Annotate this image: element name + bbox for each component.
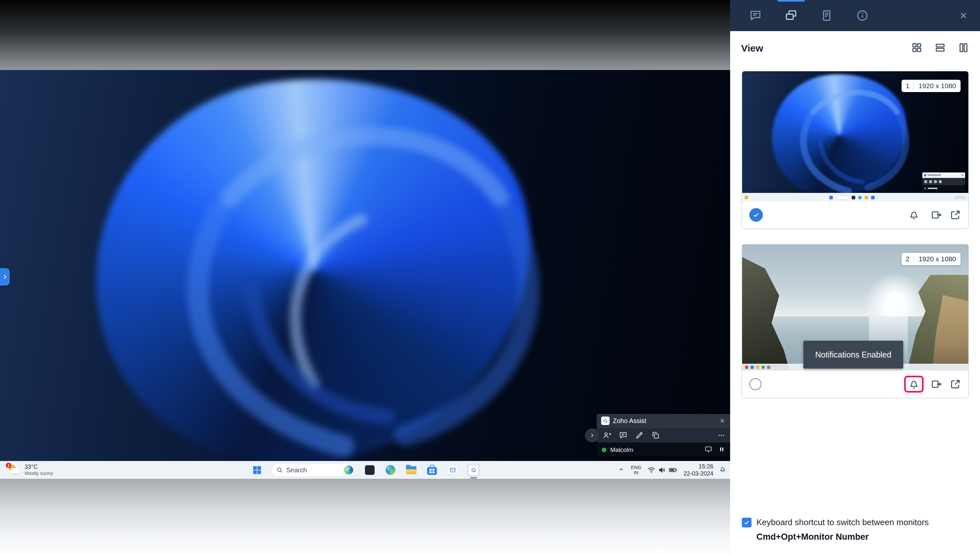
notifications-bell-icon <box>908 209 920 221</box>
microsoft-store-icon <box>427 467 437 475</box>
layout-columns-icon[interactable] <box>958 42 969 54</box>
chevron-right-icon <box>2 274 8 280</box>
monitor-2-select-radio[interactable] <box>749 378 762 390</box>
panel-close-button[interactable] <box>959 11 968 21</box>
monitor-2-open-new-window-button[interactable] <box>950 378 961 390</box>
open-new-window-icon <box>950 378 961 390</box>
letterbox-top <box>0 0 730 70</box>
session-side-panel: View <box>730 0 980 554</box>
monitor-resolution: 1920 x 1080 <box>914 255 961 263</box>
start-button[interactable] <box>250 463 264 476</box>
remote-desktop-monitor-1[interactable]: Zoho Assist <box>0 70 730 479</box>
monitor-1-selected-radio[interactable] <box>749 208 763 222</box>
lang-line2: IN <box>633 470 638 475</box>
zoho-assist-logo-icon <box>601 417 609 425</box>
annotate-pen-icon[interactable] <box>633 430 645 441</box>
taskbar-app-store[interactable] <box>425 463 439 476</box>
letterbox-bottom <box>0 479 730 554</box>
weather-icon: 1 <box>8 464 21 476</box>
zoho-assist-app-icon <box>468 465 479 475</box>
assist-widget-title: Zoho Assist <box>613 417 646 425</box>
taskbar-search[interactable]: Search <box>271 463 355 477</box>
copy-clipboard-icon[interactable] <box>650 430 662 441</box>
notifications-tooltip: Notifications Enabled <box>803 341 903 369</box>
assist-widget-statusbar: Malcolm <box>597 443 730 457</box>
screenshot-share-icon <box>931 378 942 390</box>
system-tray: ENG IN 15:26 22-03-2024 <box>618 461 726 479</box>
info-tab-icon <box>856 9 869 22</box>
monitor-icon[interactable] <box>704 446 713 455</box>
monitor-number: 1 <box>902 82 914 90</box>
monitor-2-action-bar <box>742 370 968 398</box>
battery-icon <box>668 466 678 474</box>
monitor-1-thumbnail[interactable]: 1 1920 x 1080 <box>742 71 968 202</box>
screenshot-share-icon <box>931 209 942 221</box>
tab-monitors[interactable] <box>784 0 798 31</box>
taskbar-app-dark[interactable] <box>363 463 376 476</box>
layout-grid-icon[interactable] <box>911 42 922 54</box>
wifi-icon <box>647 466 655 474</box>
panel-topbar <box>730 0 980 31</box>
tab-info[interactable] <box>855 0 870 31</box>
monitor-1-notifications-button[interactable] <box>904 207 924 223</box>
widget-collapse-chevron[interactable] <box>585 428 599 443</box>
panel-footer: Keyboard shortcut to switch between moni… <box>742 517 975 542</box>
tab-chat[interactable] <box>748 0 762 31</box>
weather-condition: Mostly sunny <box>25 470 53 476</box>
mini-taskbar <box>742 193 968 202</box>
clock[interactable]: 15:26 22-03-2024 <box>684 463 713 477</box>
sidebar-expand-tab[interactable] <box>0 268 10 286</box>
taskbar-app-zoho-assist[interactable] <box>467 463 480 476</box>
monitor-1-action-bar <box>742 201 968 229</box>
monitor-card-2: Notifications Enabled 2 1920 x 1080 <box>741 244 969 398</box>
taskbar-app-explorer[interactable] <box>405 463 418 476</box>
close-icon <box>959 11 968 21</box>
monitor-1-screenshot-button[interactable] <box>931 209 942 221</box>
windows-taskbar: 1 33°C Mostly sunny Search <box>0 461 730 479</box>
monitor-2-notifications-button-highlighted[interactable] <box>904 376 924 393</box>
lang-line1: ENG <box>631 465 641 470</box>
tray-quick-settings[interactable] <box>647 466 678 474</box>
search-label: Search <box>286 466 307 474</box>
keyboard-shortcut-combo: Cmd+Opt+Monitor Number <box>756 532 975 542</box>
monitor-2-thumbnail[interactable]: Notifications Enabled 2 1920 x 1080 <box>742 244 968 371</box>
chat-tab-icon <box>749 9 762 22</box>
assist-widget-toolbar <box>597 428 730 443</box>
chat-icon[interactable] <box>617 430 629 441</box>
invite-participant-icon[interactable] <box>601 430 613 441</box>
weather-badge: 1 <box>6 463 11 468</box>
assist-session-widget: Zoho Assist <box>597 414 730 457</box>
assist-widget-titlebar[interactable]: Zoho Assist <box>597 414 730 428</box>
search-highlights-icon <box>344 465 353 474</box>
layout-rows-icon[interactable] <box>935 42 946 54</box>
monitor-2-screenshot-button[interactable] <box>931 378 942 390</box>
monitor-card-1: 1 1920 x 1080 <box>741 71 969 229</box>
more-options-icon[interactable] <box>717 431 725 439</box>
language-indicator[interactable]: ENG IN <box>631 465 641 475</box>
monitor-resolution: 1920 x 1080 <box>914 82 961 90</box>
edge-browser-icon <box>386 465 395 475</box>
assist-widget-close-icon[interactable] <box>719 417 725 424</box>
participant-name: Malcolm <box>610 446 633 454</box>
search-icon <box>276 466 283 474</box>
tab-notes[interactable] <box>819 0 834 31</box>
weather-widget[interactable]: 1 33°C Mostly sunny <box>5 461 56 479</box>
pause-session-icon[interactable] <box>719 446 725 454</box>
taskbar-app-mail[interactable] <box>446 463 459 476</box>
show-hidden-icons-chevron[interactable] <box>618 466 625 474</box>
tray-date: 22-03-2024 <box>684 470 713 477</box>
dark-app-icon <box>365 465 375 475</box>
open-new-window-icon <box>950 209 961 221</box>
notification-center-icon[interactable] <box>719 466 726 474</box>
keyboard-shortcut-checkbox[interactable] <box>742 518 751 527</box>
notes-tab-icon <box>820 9 833 22</box>
weather-temp: 33°C <box>25 464 53 470</box>
check-icon <box>752 211 760 219</box>
notifications-bell-icon <box>908 378 920 390</box>
keyboard-shortcut-label: Keyboard shortcut to switch between moni… <box>756 517 929 527</box>
taskbar-app-edge[interactable] <box>384 463 397 476</box>
zoho-assist-viewer: Zoho Assist <box>0 0 980 554</box>
tray-time: 15:26 <box>699 463 713 470</box>
mini-assist-window <box>922 172 965 191</box>
monitor-1-open-new-window-button[interactable] <box>950 209 961 221</box>
